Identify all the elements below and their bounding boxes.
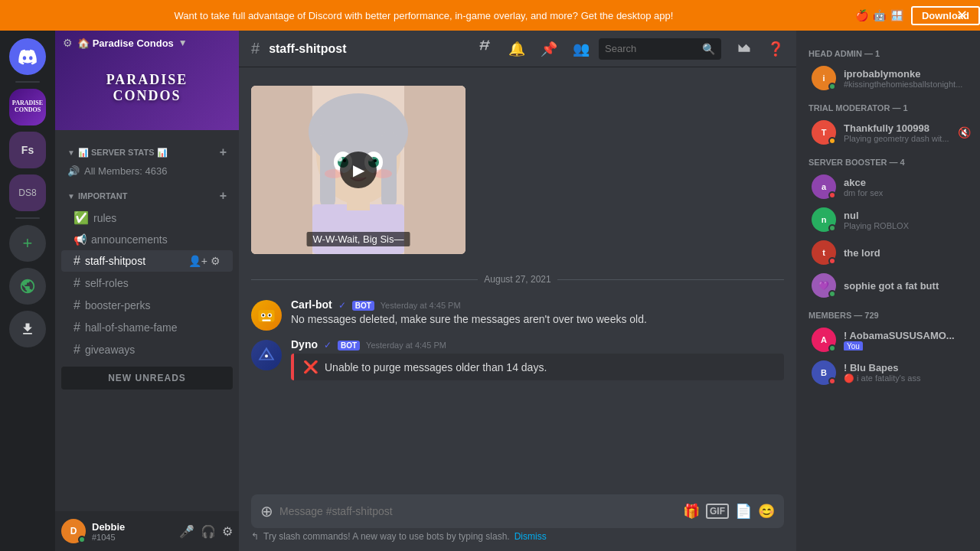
member-avatar-iprobablymonke: i [812,66,836,90]
member-status-blu-bapes [828,377,836,385]
channel-self-roles[interactable]: # self-roles [61,272,233,294]
server-title-text: ParadiseCondos [106,72,188,104]
add-channel-stats[interactable]: + [220,145,227,159]
dyno-message-header: Dyno ✓ BOT Yesterday at 4:45 PM [291,338,784,350]
discover-servers-button[interactable] [9,268,46,305]
server-header-top: ⚙ 🏠 Paradise Condos ▼ [63,37,188,49]
video-thumbnail: ▶ W-W-Wait, Big Sis— [251,86,466,254]
channel-announcements[interactable]: 📢 announcements [61,230,233,249]
member-avatar-aobama: A [812,328,836,352]
member-nul[interactable]: n nul Playing ROBLOX [799,204,977,236]
dyno-message-content: Dyno ✓ BOT Yesterday at 4:45 PM ❌ Unable… [291,338,784,380]
inbox-icon[interactable] [737,39,752,58]
notification-bell-icon[interactable]: 🔔 [508,41,525,57]
play-button[interactable]: ▶ [340,152,377,188]
emoji-icon[interactable]: 😊 [758,503,775,520]
username-label: Debbie [92,521,173,533]
member-status-akce [828,191,836,199]
mute-icon[interactable]: 🎤 [179,524,194,539]
right-sidebar: HEAD ADMIN — 1 i iprobablymonke #kissing… [796,31,980,551]
add-user-icon[interactable]: 👤+ [188,255,207,267]
category-head-admin: HEAD ADMIN — 1 [796,46,980,61]
member-info-blu-bapes: ! Blu Bapes 🔴 i ate fatality's ass [844,362,971,383]
member-status-iprobablymonke [828,83,836,90]
search-box[interactable]: 🔍 [599,38,721,60]
user-avatar-initials: D [70,526,77,536]
announcements-icon: 📢 [74,233,87,246]
server-header[interactable]: ⚙ 🏠 Paradise Condos ▼ ParadiseCondos [55,31,239,130]
user-footer: D Debbie #1045 🎤 🎧 ⚙ [55,511,239,551]
hash-icon[interactable] [478,39,493,58]
members-icon[interactable]: 👥 [573,41,590,57]
main-chat: # staff-shitpost 🔔 📌 👥 🔍 ❓ [239,31,796,551]
member-sophie[interactable]: 💜 sophie got a fat butt [799,269,977,302]
slash-tip: ↰ Try slash commands! A new way to use b… [251,528,784,545]
gif-icon[interactable]: GIF [706,504,729,519]
member-blu-bapes[interactable]: B ! Blu Bapes 🔴 i ate fatality's ass [799,357,977,389]
carlbot-message-header: Carl-bot ✓ BOT Yesterday at 4:45 PM [291,298,784,311]
member-name-akce: akce [844,177,971,188]
help-icon[interactable]: ❓ [767,41,784,57]
server-icon-fs[interactable]: Fs [9,132,46,168]
member-mute-icon: 🔇 [958,126,971,139]
member-the-lord[interactable]: t the lord [799,236,977,269]
gift-icon[interactable]: 🎁 [683,503,700,520]
server-icon-paradise[interactable]: PARADISECONDOS [9,89,46,126]
member-status-text-aobama: You [844,341,971,350]
user-settings-icon[interactable]: ⚙ [222,524,233,539]
category-server-stats[interactable]: ▼ 📊 SERVER STATS 📊 + [55,142,239,162]
icon-divider-1 [15,81,40,83]
add-file-icon[interactable]: ⊕ [260,502,273,520]
channel-giveaways[interactable]: # giveaways [61,339,233,360]
server-settings-icon[interactable]: ⚙ [63,37,73,49]
add-channel-important[interactable]: + [220,189,227,203]
settings-channel-icon[interactable]: ⚙ [211,255,220,267]
server-dropdown-chevron[interactable]: ▼ [178,37,188,48]
server-icon-list: PARADISECONDOS Fs DS8 + [0,31,55,551]
video-embed[interactable]: ▶ W-W-Wait, Big Sis— [251,86,466,254]
member-status-aobama [828,344,836,352]
member-thankfully[interactable]: T Thankfully 100998 Playing geometry das… [799,116,977,148]
member-status-thankfully [828,137,836,145]
video-subtitle: W-W-Wait, Big Sis— [307,232,410,246]
member-avatar-nul: n [812,207,836,232]
member-aobama[interactable]: A ! AobamaSUSUSAMO... You [799,324,977,356]
download-app-button[interactable] [9,311,46,347]
video-embed-container: ▶ W-W-Wait, Big Sis— [251,80,784,263]
download-button[interactable]: Download [911,6,980,25]
svg-point-22 [262,315,264,317]
svg-rect-2 [404,86,466,254]
search-input[interactable] [605,43,697,54]
member-initials-the-lord: t [822,248,825,257]
member-name-sophie: sophie got a fat butt [844,280,971,292]
channel-name-announcements: announcements [91,233,220,246]
channel-hall-of-shame-fame[interactable]: # hall-of-shame-fame [61,317,233,338]
channel-rules[interactable]: ✅ rules [61,207,233,229]
add-server-button[interactable]: + [9,225,46,262]
member-info-akce: akce dm for sex [844,177,971,197]
member-iprobablymonke[interactable]: i iprobablymonke #kissingthehomiesballst… [799,62,977,94]
new-unreads-button[interactable]: NEW UNREADS [61,367,233,390]
dyno-message-time: Yesterday at 4:45 PM [366,341,446,350]
channel-staff-shitpost[interactable]: # staff-shitpost 👤+ ⚙ [61,250,233,272]
search-icon: 🔍 [702,43,715,55]
channel-name-self-roles: self-roles [85,277,220,289]
carlbot-message-time: Yesterday at 4:45 PM [381,301,461,310]
member-akce[interactable]: a akce dm for sex [799,171,977,203]
apple-icon: 🍎 [855,9,868,21]
server-title-display: ParadiseCondos [106,72,188,104]
category-important[interactable]: ▼ IMPORTANT + [55,186,239,206]
discord-home-icon[interactable] [9,38,46,75]
channel-booster-perks[interactable]: # booster-perks [61,295,233,316]
banner-close-button[interactable]: ✕ [956,7,968,24]
date-divider: August 27, 2021 [251,274,784,285]
rules-icon: ✅ [74,210,89,225]
deafen-icon[interactable]: 🎧 [201,524,216,539]
sticker-icon[interactable]: 📄 [735,503,752,520]
pin-icon[interactable]: 📌 [541,41,557,57]
chat-input[interactable] [279,505,677,517]
fs-label: Fs [21,144,34,156]
member-name-nul: nul [844,210,971,221]
dismiss-link[interactable]: Dismiss [514,531,547,542]
server-icon-avatar1[interactable]: DS8 [9,174,46,211]
